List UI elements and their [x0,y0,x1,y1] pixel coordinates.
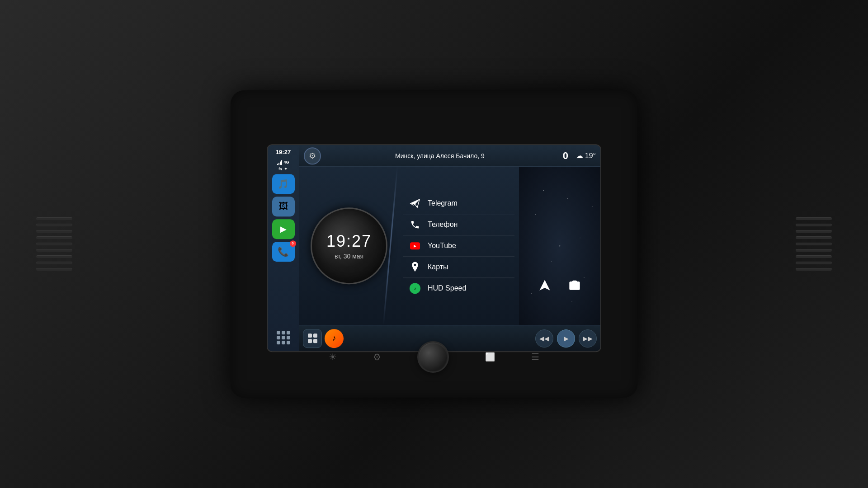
clock-time: 19:27 [326,232,372,251]
phone-label: Телефон [428,221,458,229]
grid-round-button[interactable] [303,329,322,348]
vent-left [36,199,72,289]
cloud-icon: ☁ [576,151,583,160]
image-icon: 🖼 [279,201,288,211]
music-note-icon: 🎵 [278,178,289,189]
settings-button[interactable]: ⚙ [304,147,321,164]
signal-icons: 4G ⇋ ✦ [277,160,289,171]
hud-icon: ♪ [409,282,421,295]
youtube-app-item[interactable]: ▶ YouTube [403,235,514,257]
maps-icon [409,261,421,273]
app-grid-button[interactable] [272,328,295,347]
grid-2x2-icon [308,333,317,343]
address-display: Минск, улица Алеся Бачило, 9 [325,152,555,160]
play-icon: ▶ [564,335,569,342]
bluetooth-icon: ✦ [284,166,288,171]
play-button[interactable]: ▶ [557,329,575,347]
clock-area: 19:27 вт, 30 мая [299,167,399,325]
navigation-icon[interactable] [537,277,553,293]
main-content: ⚙ Минск, улица Алеся Бачило, 9 0 ☁ 19° 1… [299,145,600,351]
play-icon: ▶ [280,224,287,234]
video-sidebar-button[interactable]: ▶ [272,219,295,239]
youtube-play-icon: ▶ [410,242,420,249]
hud-app-item[interactable]: ♪ HUD Speed [403,278,514,299]
tablet-icon[interactable]: ⬜ [485,352,495,362]
signal-4g-label: 4G [283,160,289,164]
clock-circle: 19:27 вт, 30 мая [311,207,387,284]
middle-section: 19:27 вт, 30 мая [299,167,600,325]
telegram-icon [409,197,421,210]
app-list: Telegram Телефон ▶ [399,167,519,325]
telegram-app-item[interactable]: Telegram [403,193,514,214]
menu-icon[interactable]: ☰ [531,352,539,362]
sidebar: 19:27 4G ⇋ ✦ [268,145,299,351]
spotify-icon: ♪ [410,283,420,294]
right-panel-icons [519,272,600,298]
fast-forward-icon: ▶▶ [583,335,593,342]
stars-background [519,167,600,325]
camera-icon[interactable] [566,277,583,293]
right-panel [519,167,600,325]
gallery-sidebar-button[interactable]: 🖼 [272,197,295,216]
home-knob[interactable] [417,341,449,373]
speed-display: 0 [559,150,572,162]
car-background: 19:27 4G ⇋ ✦ [0,0,868,488]
svg-marker-2 [539,280,550,291]
phone-sidebar-button[interactable]: 📞 0 [272,242,295,262]
spotify-sidebar-button[interactable]: 🎵 [272,174,295,194]
main-screen: 19:27 4G ⇋ ✦ [267,144,601,352]
wifi-icon: ⇋ [278,166,282,171]
temperature-display: 19° [585,152,596,160]
phone-badge: 0 [290,240,296,247]
media-controls: ◀◀ ▶ ▶▶ [535,329,597,347]
telegram-label: Telegram [428,199,458,207]
physical-controls: ☀ ⚙ ⬜ ☰ [329,341,539,373]
hud-label: HUD Speed [428,284,466,292]
youtube-label: YouTube [428,242,456,250]
top-bar: ⚙ Минск, улица Алеся Бачило, 9 0 ☁ 19° [299,145,600,167]
sidebar-time: 19:27 [276,149,291,156]
phone-app-icon [409,218,421,231]
maps-label: Карты [428,263,448,271]
signal-bars-icon [277,160,282,165]
phone-icon: 📞 [278,246,289,257]
weather-display: ☁ 19° [576,151,596,160]
grid-icon [277,331,290,344]
gear-icon: ⚙ [309,151,316,161]
dashboard-surround: 19:27 4G ⇋ ✦ [231,90,637,398]
clock-date: вт, 30 мая [335,253,363,260]
vent-right [796,199,832,289]
settings-physical-icon[interactable]: ⚙ [373,352,381,362]
rewind-icon: ◀◀ [539,335,549,342]
maps-app-item[interactable]: Карты [403,257,514,278]
fast-forward-button[interactable]: ▶▶ [579,329,597,347]
youtube-icon: ▶ [409,239,421,252]
phone-app-item[interactable]: Телефон [403,214,514,235]
brightness-icon[interactable]: ☀ [329,352,337,362]
